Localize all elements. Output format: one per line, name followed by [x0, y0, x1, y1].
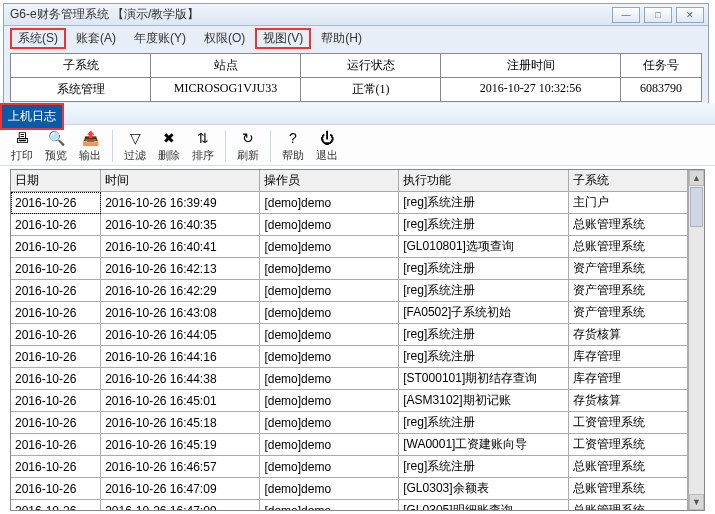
- cell-date[interactable]: 2016-10-26: [11, 368, 101, 390]
- table-row[interactable]: 2016-10-262016-10-26 16:47:09[demo]demo[…: [11, 500, 688, 511]
- cell-sub[interactable]: 总账管理系统: [568, 214, 687, 236]
- table-row[interactable]: 2016-10-262016-10-26 16:44:16[demo]demo[…: [11, 346, 688, 368]
- col-date[interactable]: 日期: [11, 170, 101, 192]
- cell-op[interactable]: [demo]demo: [260, 500, 399, 511]
- cell-sub[interactable]: 工资管理系统: [568, 434, 687, 456]
- exit-button[interactable]: ⏻退出: [311, 129, 343, 163]
- cell-func[interactable]: [ASM3102]期初记账: [399, 390, 569, 412]
- cell-time[interactable]: 2016-10-26 16:40:41: [101, 236, 260, 258]
- cell-time[interactable]: 2016-10-26 16:45:18: [101, 412, 260, 434]
- cell-op[interactable]: [demo]demo: [260, 346, 399, 368]
- cell-func[interactable]: [reg]系统注册: [399, 346, 569, 368]
- vertical-scrollbar[interactable]: ▲ ▼: [688, 170, 704, 510]
- cell-time[interactable]: 2016-10-26 16:42:13: [101, 258, 260, 280]
- cell-time[interactable]: 2016-10-26 16:43:08: [101, 302, 260, 324]
- cell-date[interactable]: 2016-10-26: [11, 434, 101, 456]
- cell-func[interactable]: [FA0502]子系统初始: [399, 302, 569, 324]
- cell-sub[interactable]: 主门户: [568, 192, 687, 214]
- scroll-up-icon[interactable]: ▲: [689, 170, 704, 186]
- cell-op[interactable]: [demo]demo: [260, 214, 399, 236]
- cell-func[interactable]: [GL0303]余额表: [399, 478, 569, 500]
- cell-date[interactable]: 2016-10-26: [11, 302, 101, 324]
- cell-time[interactable]: 2016-10-26 16:39:49: [101, 192, 260, 214]
- table-row[interactable]: 2016-10-262016-10-26 16:45:18[demo]demo[…: [11, 412, 688, 434]
- maximize-button[interactable]: □: [644, 7, 672, 23]
- cell-date[interactable]: 2016-10-26: [11, 500, 101, 511]
- cell-date[interactable]: 2016-10-26: [11, 192, 101, 214]
- cell-sub[interactable]: 总账管理系统: [568, 478, 687, 500]
- cell-date[interactable]: 2016-10-26: [11, 258, 101, 280]
- delete-button[interactable]: ✖删除: [153, 129, 185, 163]
- cell-sub[interactable]: 资产管理系统: [568, 280, 687, 302]
- table-row[interactable]: 2016-10-262016-10-26 16:44:05[demo]demo[…: [11, 324, 688, 346]
- cell-date[interactable]: 2016-10-26: [11, 478, 101, 500]
- cell-func[interactable]: [ST000101]期初结存查询: [399, 368, 569, 390]
- cell-func[interactable]: [WA0001]工资建账向导: [399, 434, 569, 456]
- cell-time[interactable]: 2016-10-26 16:45:19: [101, 434, 260, 456]
- cell-time[interactable]: 2016-10-26 16:44:16: [101, 346, 260, 368]
- cell-sub[interactable]: 总账管理系统: [568, 456, 687, 478]
- cell-time[interactable]: 2016-10-26 16:44:38: [101, 368, 260, 390]
- cell-sub[interactable]: 资产管理系统: [568, 302, 687, 324]
- cell-sub[interactable]: 存货核算: [568, 390, 687, 412]
- refresh-button[interactable]: ↻刷新: [232, 129, 264, 163]
- table-row[interactable]: 2016-10-262016-10-26 16:40:35[demo]demo[…: [11, 214, 688, 236]
- col-operator[interactable]: 操作员: [260, 170, 399, 192]
- cell-date[interactable]: 2016-10-26: [11, 280, 101, 302]
- sort-button[interactable]: ⇅排序: [187, 129, 219, 163]
- table-row[interactable]: 2016-10-262016-10-26 16:44:38[demo]demo[…: [11, 368, 688, 390]
- cell-op[interactable]: [demo]demo: [260, 412, 399, 434]
- print-button[interactable]: 🖶打印: [6, 129, 38, 163]
- cell-time[interactable]: 2016-10-26 16:42:29: [101, 280, 260, 302]
- menu-view[interactable]: 视图(V): [255, 28, 311, 49]
- menu-help[interactable]: 帮助(H): [313, 28, 370, 49]
- scroll-thumb[interactable]: [690, 187, 703, 227]
- preview-button[interactable]: 🔍预览: [40, 129, 72, 163]
- minimize-button[interactable]: —: [612, 7, 640, 23]
- cell-op[interactable]: [demo]demo: [260, 390, 399, 412]
- table-row[interactable]: 2016-10-262016-10-26 16:42:29[demo]demo[…: [11, 280, 688, 302]
- cell-func[interactable]: [reg]系统注册: [399, 324, 569, 346]
- cell-func[interactable]: [reg]系统注册: [399, 192, 569, 214]
- cell-sub[interactable]: 工资管理系统: [568, 412, 687, 434]
- cell-date[interactable]: 2016-10-26: [11, 324, 101, 346]
- cell-op[interactable]: [demo]demo: [260, 258, 399, 280]
- filter-button[interactable]: ▽过滤: [119, 129, 151, 163]
- table-row[interactable]: 2016-10-262016-10-26 16:45:01[demo]demo[…: [11, 390, 688, 412]
- col-func[interactable]: 执行功能: [399, 170, 569, 192]
- cell-op[interactable]: [demo]demo: [260, 434, 399, 456]
- cell-func[interactable]: [reg]系统注册: [399, 456, 569, 478]
- cell-sub[interactable]: 资产管理系统: [568, 258, 687, 280]
- cell-sub[interactable]: 总账管理系统: [568, 236, 687, 258]
- cell-func[interactable]: [reg]系统注册: [399, 412, 569, 434]
- menu-system[interactable]: 系统(S): [10, 28, 66, 49]
- cell-date[interactable]: 2016-10-26: [11, 236, 101, 258]
- cell-time[interactable]: 2016-10-26 16:47:09: [101, 500, 260, 511]
- cell-op[interactable]: [demo]demo: [260, 456, 399, 478]
- cell-op[interactable]: [demo]demo: [260, 368, 399, 390]
- close-button[interactable]: ✕: [676, 7, 704, 23]
- cell-date[interactable]: 2016-10-26: [11, 456, 101, 478]
- menu-perm[interactable]: 权限(O): [196, 28, 253, 49]
- col-time[interactable]: 时间: [101, 170, 260, 192]
- cell-op[interactable]: [demo]demo: [260, 192, 399, 214]
- cell-time[interactable]: 2016-10-26 16:44:05: [101, 324, 260, 346]
- cell-op[interactable]: [demo]demo: [260, 302, 399, 324]
- table-row[interactable]: 2016-10-262016-10-26 16:45:19[demo]demo[…: [11, 434, 688, 456]
- cell-op[interactable]: [demo]demo: [260, 324, 399, 346]
- cell-func[interactable]: [reg]系统注册: [399, 280, 569, 302]
- cell-op[interactable]: [demo]demo: [260, 236, 399, 258]
- cell-time[interactable]: 2016-10-26 16:47:09: [101, 478, 260, 500]
- cell-func[interactable]: [reg]系统注册: [399, 214, 569, 236]
- cell-date[interactable]: 2016-10-26: [11, 214, 101, 236]
- col-subsystem[interactable]: 子系统: [568, 170, 687, 192]
- scroll-down-icon[interactable]: ▼: [689, 494, 704, 510]
- cell-sub[interactable]: 库存管理: [568, 346, 687, 368]
- menu-year[interactable]: 年度账(Y): [126, 28, 194, 49]
- menu-account[interactable]: 账套(A): [68, 28, 124, 49]
- table-row[interactable]: 2016-10-262016-10-26 16:46:57[demo]demo[…: [11, 456, 688, 478]
- table-row[interactable]: 2016-10-262016-10-26 16:40:41[demo]demo[…: [11, 236, 688, 258]
- table-row[interactable]: 2016-10-262016-10-26 16:47:09[demo]demo[…: [11, 478, 688, 500]
- cell-op[interactable]: [demo]demo: [260, 478, 399, 500]
- cell-time[interactable]: 2016-10-26 16:40:35: [101, 214, 260, 236]
